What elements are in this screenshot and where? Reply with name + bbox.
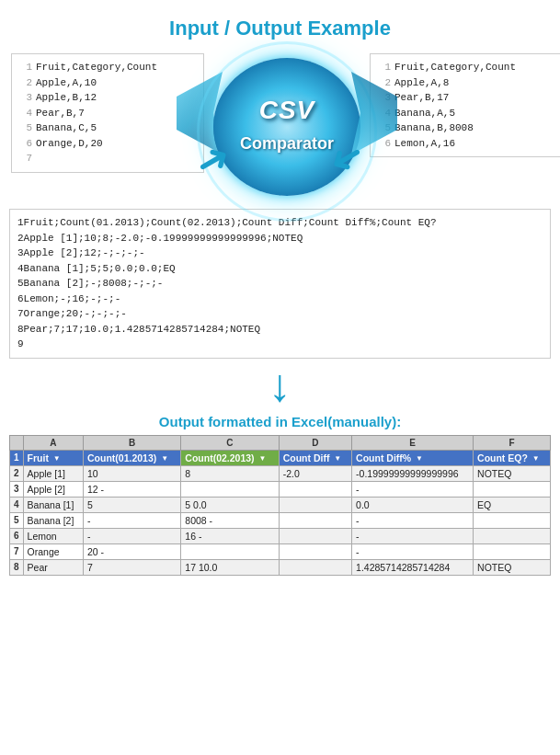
col-header: C [181,435,279,450]
line-number: 6 [17,293,24,304]
filter-icon[interactable]: ▼ [259,454,267,463]
logo-csv-text: CSV [259,96,315,125]
data-cell [474,543,551,559]
output-csv-section: 1Fruit;Count(01.2013);Count(02.2013);Cou… [0,209,560,359]
filter-icon[interactable]: ▼ [334,454,341,463]
data-cell: 5 0.0 [181,497,279,512]
excel-table: ABCDEF 1Fruit ▼Count(01.2013) ▼Count(02.… [9,435,551,576]
line-number: 4 [17,263,24,274]
data-cell: 20 - [84,543,181,559]
excel-section: ABCDEF 1Fruit ▼Count(01.2013) ▼Count(02.… [0,435,560,589]
line-content: Fruit,Category,Count [394,60,516,75]
row-number: 6 [10,528,24,543]
data-cell: Pear [23,559,83,575]
data-cell: 16 - [181,528,279,543]
output-csv-line: 5Banana [2];-;8008;-;-;- [17,276,543,292]
output-csv-line: 9 [17,337,543,352]
data-cell [181,481,279,497]
line-content: Fruit;Count(01.2013);Count(02.2013);Coun… [24,217,437,228]
data-cell: Apple [1] [23,465,83,481]
output-csv-line: 7Orange;20;-;-;-;- [17,306,543,322]
header-cell: Count Diff% ▼ [352,450,474,465]
csv-line: 1Fruit,Category,Count [19,60,196,75]
line-content: Apple,A,10 [36,75,97,91]
line-number: 2 [19,75,32,91]
excel-header-row: 1Fruit ▼Count(01.2013) ▼Count(02.2013) ▼… [10,450,551,465]
row-number: 5 [10,512,24,528]
header-cell: Count Diff ▼ [279,450,351,465]
data-cell [474,528,551,543]
col-header-row: ABCDEF [10,435,551,450]
table-row: 4Banana [1]55 0.00.0EQ [10,497,551,512]
filter-icon[interactable]: ▼ [161,454,168,463]
table-row: 3Apple [2]12 -- [10,481,551,497]
arrow-output-down: ↓ [0,362,560,408]
csv-line: 2Apple,A,8 [378,75,554,91]
logo-comparator-text: Comparator [240,134,334,154]
line-number: 2 [17,233,24,244]
output-csv-line: 2Apple [1];10;8;-2.0;-0.1999999999999999… [17,231,543,246]
table-row: 2Apple [1]108-2.0-0.19999999999999996NOT… [10,465,551,481]
filter-icon[interactable]: ▼ [416,454,423,463]
data-cell: 8008 - [181,512,279,528]
data-cell: EQ [474,497,551,512]
data-cell: -2.0 [279,465,351,481]
data-cell [474,512,551,528]
row-number: 3 [10,481,24,497]
col-header: B [84,435,181,450]
line-number: 8 [17,324,24,335]
table-row: 7Orange20 -- [10,543,551,559]
csv-line: 2Apple,A,10 [19,75,196,91]
data-cell [181,543,279,559]
row-number: 2 [10,465,24,481]
data-cell: - [352,481,474,497]
line-content: Lemon;-;16;-;-;- [24,293,121,304]
data-cell: - [352,512,474,528]
data-cell: 17 10.0 [181,559,279,575]
col-header: E [352,435,474,450]
filter-icon[interactable]: ▼ [53,454,61,463]
data-cell [279,512,351,528]
line-number: 7 [17,308,24,319]
line-number: 5 [17,278,24,289]
data-cell: 0.0 [352,497,474,512]
header-cell: Fruit ▼ [23,450,83,465]
table-row: 5Banana [2]-8008 -- [10,512,551,528]
data-cell: 10 [84,465,181,481]
data-cell: 1.4285714285714284 [352,559,474,575]
line-content: Banana [1];5;5;0.0;0.0;EQ [24,263,176,274]
data-cell: Lemon [23,528,83,543]
data-cell: - [352,543,474,559]
line-content: Apple,A,8 [394,75,449,91]
header-cell: Count EQ? ▼ [474,450,551,465]
header-cell: Count(01.2013) ▼ [84,450,181,465]
data-cell: -0.19999999999999996 [352,465,474,481]
header-cell: Count(02.2013) ▼ [181,450,279,465]
row-number: 8 [10,559,24,575]
data-cell: 5 [84,497,181,512]
data-cell: - [352,528,474,543]
table-row: 6Lemon-16 -- [10,528,551,543]
line-number: 9 [17,338,24,349]
excel-title: Output formatted in Excel(manually): [0,414,560,429]
data-cell: Apple [2] [23,481,83,497]
line-content: Orange;20;-;-;-;- [24,308,127,319]
data-cell: 7 [84,559,181,575]
data-cell: NOTEQ [474,559,551,575]
data-cell: Banana [2] [23,512,83,528]
line-number: 1 [19,60,32,75]
row-number: 4 [10,497,24,512]
col-header: D [279,435,351,450]
data-cell [279,559,351,575]
filter-icon[interactable]: ▼ [532,454,540,463]
data-cell [474,481,551,497]
line-number: 3 [17,247,24,258]
data-cell: - [84,528,181,543]
col-header: F [474,435,551,450]
line-content: Pear;7;17;10.0;1.4285714285714284;NOTEQ [24,324,260,335]
line-content: Apple [2];12;-;-;-;- [24,247,145,258]
data-cell: - [84,512,181,528]
line-content: Banana [2];-;8008;-;-;- [24,278,164,289]
row-number: 1 [10,450,24,465]
data-cell: NOTEQ [474,465,551,481]
